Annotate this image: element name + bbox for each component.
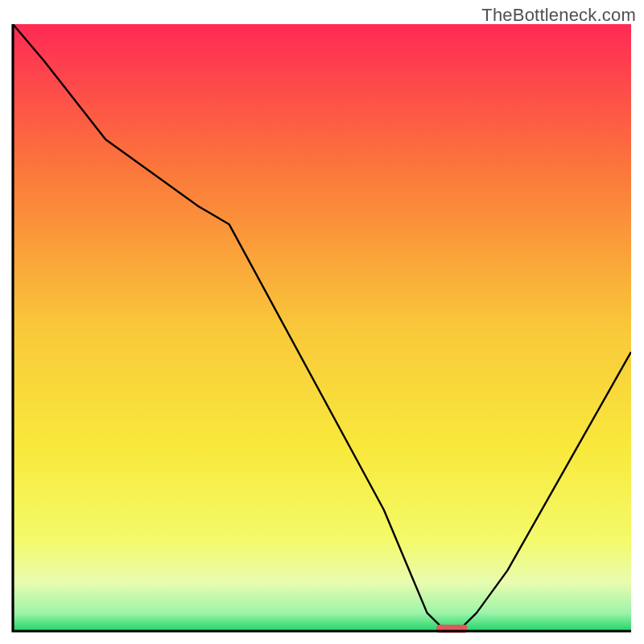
gradient-background xyxy=(13,24,631,631)
watermark-label: TheBottleneck.com xyxy=(481,5,636,26)
bottleneck-chart: TheBottleneck.com xyxy=(0,0,644,644)
plot-svg xyxy=(0,0,644,644)
